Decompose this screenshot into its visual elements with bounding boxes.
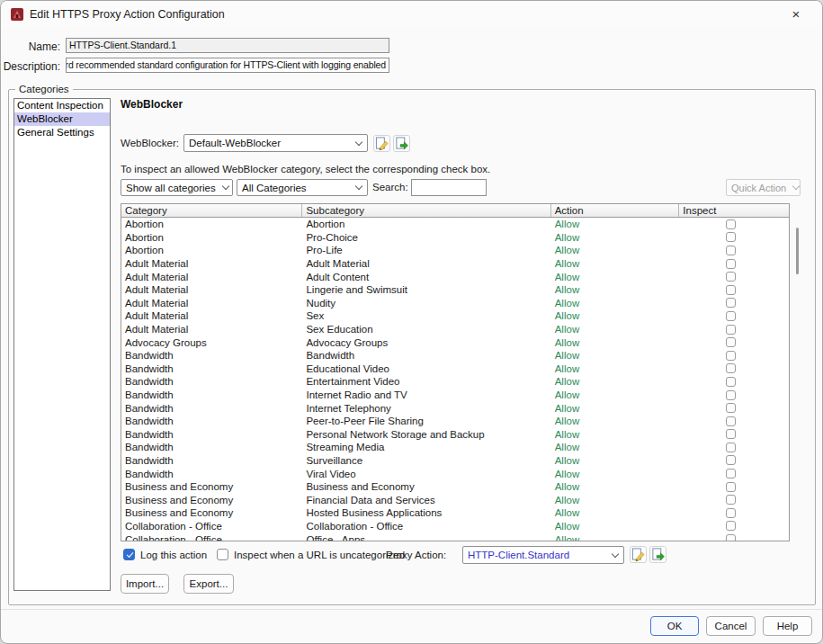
inspect-checkbox[interactable]: [726, 469, 736, 479]
table-row[interactable]: Adult MaterialLingerie and SwimsuitAllow: [121, 283, 789, 297]
import-button[interactable]: Import...: [121, 574, 169, 594]
inspect-checkbox[interactable]: [726, 416, 736, 426]
log-action-checkbox[interactable]: [123, 549, 135, 560]
category-cell: Abortion: [121, 232, 302, 243]
table-row[interactable]: BandwidthViral VideoAllow: [121, 467, 789, 480]
table-row[interactable]: BandwidthBandwidthAllow: [121, 349, 789, 362]
column-header-subcategory[interactable]: Subcategory: [302, 204, 550, 217]
table-row[interactable]: Business and EconomyHosted Business Appl…: [121, 506, 789, 520]
column-header-inspect[interactable]: Inspect: [679, 204, 789, 217]
table-row[interactable]: Advocacy GroupsAdvocacy GroupsAllow: [121, 335, 789, 349]
new-page-icon: [395, 137, 408, 150]
inspect-cell: [679, 232, 789, 242]
chevron-down-icon: [612, 550, 619, 557]
cancel-button[interactable]: Cancel: [706, 616, 756, 636]
inspect-checkbox[interactable]: [726, 311, 736, 321]
inspect-checkbox[interactable]: [726, 259, 736, 269]
description-input[interactable]: Guard recommended standard configuration…: [66, 58, 389, 73]
inspect-checkbox[interactable]: [726, 508, 736, 518]
scrollbar-thumb[interactable]: [796, 228, 799, 274]
inspect-checkbox[interactable]: [726, 403, 736, 413]
table-row[interactable]: Collaboration - OfficeOffice - AppsAllow: [121, 532, 789, 541]
inspect-checkbox[interactable]: [726, 521, 736, 531]
inspect-uncategorized-checkbox[interactable]: [217, 549, 228, 560]
action-cell: Allow: [551, 521, 680, 532]
inspect-checkbox[interactable]: [726, 325, 736, 335]
action-cell: Allow: [551, 495, 680, 505]
inspect-checkbox[interactable]: [726, 443, 736, 452]
name-input[interactable]: HTTPS-Client.Standard.1: [66, 38, 389, 53]
column-header-category[interactable]: Category: [121, 204, 302, 217]
table-row[interactable]: Collaboration - OfficeCollaboration - Of…: [121, 520, 789, 533]
inspect-checkbox[interactable]: [726, 455, 736, 465]
inspect-checkbox[interactable]: [726, 285, 736, 295]
inspect-cell: [679, 534, 789, 541]
category-cell: Bandwidth: [121, 469, 302, 479]
category-list-item[interactable]: Content Inspection: [14, 99, 110, 112]
inspect-checkbox[interactable]: [726, 495, 736, 505]
inspect-checkbox[interactable]: [726, 232, 736, 242]
table-row[interactable]: BandwidthPeer-to-Peer File SharingAllow: [121, 415, 789, 428]
webblocker-label: WebBlocker:: [121, 138, 179, 148]
inspect-checkbox[interactable]: [726, 272, 736, 282]
help-button[interactable]: Help: [763, 616, 812, 636]
inspect-checkbox[interactable]: [726, 429, 736, 439]
table-row[interactable]: Adult MaterialSex EducationAllow: [121, 323, 789, 336]
search-input[interactable]: [411, 179, 487, 196]
proxy-action-select[interactable]: HTTP-Client.Standard: [462, 546, 624, 564]
export-button[interactable]: Export...: [183, 574, 234, 594]
table-row[interactable]: Adult MaterialNudityAllow: [121, 297, 789, 310]
table-row[interactable]: BandwidthInternet Radio and TVAllow: [121, 389, 789, 402]
inspect-checkbox[interactable]: [726, 390, 736, 400]
action-cell: Allow: [551, 310, 680, 321]
show-categories-filter[interactable]: Show all categories: [121, 179, 233, 196]
table-row[interactable]: BandwidthEntertainment VideoAllow: [121, 375, 789, 389]
edit-webblocker-button[interactable]: [373, 135, 390, 152]
inspect-checkbox[interactable]: [726, 337, 736, 347]
subcategory-cell: Financial Data and Services: [302, 495, 550, 505]
table-row[interactable]: BandwidthInternet TelephonyAllow: [121, 401, 789, 415]
table-row[interactable]: BandwidthStreaming MediaAllow: [121, 441, 789, 454]
table-row[interactable]: Business and EconomyBusiness and Economy…: [121, 480, 789, 494]
category-list-item[interactable]: General Settings: [14, 126, 110, 139]
table-row[interactable]: BandwidthSurveillanceAllow: [121, 454, 789, 468]
table-row[interactable]: Business and EconomyFinancial Data and S…: [121, 493, 789, 506]
action-cell: Allow: [551, 429, 680, 440]
inspect-cell: [679, 469, 789, 479]
action-cell: Allow: [551, 324, 680, 335]
table-row[interactable]: AbortionPro-LifeAllow: [121, 244, 789, 257]
table-row[interactable]: BandwidthEducational VideoAllow: [121, 362, 789, 376]
clone-webblocker-button[interactable]: [393, 135, 410, 152]
inspect-checkbox[interactable]: [726, 363, 736, 373]
title-bar: Edit HTTPS Proxy Action Configuration ×: [1, 1, 822, 28]
inspect-cell: [679, 363, 789, 373]
column-header-action[interactable]: Action: [551, 204, 680, 217]
clone-proxy-action-button[interactable]: [649, 546, 666, 563]
inspect-checkbox[interactable]: [726, 246, 736, 255]
action-cell: Allow: [551, 403, 680, 414]
categories-list[interactable]: Content InspectionWebBlockerGeneral Sett…: [13, 98, 111, 591]
webblocker-select[interactable]: Default-WebBlocker: [183, 134, 368, 152]
table-row[interactable]: BandwidthPersonal Network Storage and Ba…: [121, 428, 789, 442]
inspect-checkbox[interactable]: [726, 377, 736, 387]
table-row[interactable]: Adult MaterialAdult ContentAllow: [121, 270, 789, 283]
table-row[interactable]: Adult MaterialAdult MaterialAllow: [121, 257, 789, 271]
table-row[interactable]: Adult MaterialSexAllow: [121, 309, 789, 323]
inspect-cell: [679, 351, 789, 361]
category-list-item[interactable]: WebBlocker: [14, 112, 110, 126]
table-row[interactable]: AbortionPro-ChoiceAllow: [121, 231, 789, 245]
inspect-checkbox[interactable]: [726, 298, 736, 308]
inspect-cell: [679, 403, 789, 413]
ok-button[interactable]: OK: [650, 616, 699, 636]
inspect-checkbox[interactable]: [726, 351, 736, 361]
edit-proxy-action-button[interactable]: [630, 546, 647, 563]
table-scrollbar[interactable]: [792, 203, 803, 541]
table-row[interactable]: AbortionAbortionAllow: [121, 218, 789, 231]
all-categories-filter[interactable]: All Categories: [237, 179, 368, 196]
inspect-checkbox[interactable]: [726, 482, 736, 492]
close-icon[interactable]: ×: [786, 5, 806, 23]
new-page-icon: [651, 548, 665, 561]
proxy-action-label: Proxy Action:: [386, 550, 446, 560]
inspect-checkbox[interactable]: [726, 219, 736, 229]
inspect-checkbox[interactable]: [726, 534, 736, 541]
